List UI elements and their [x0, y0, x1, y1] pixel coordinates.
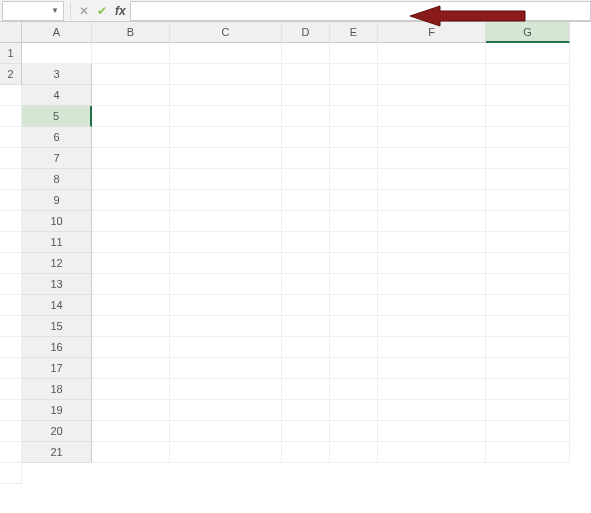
cell[interactable]: [0, 169, 22, 190]
cell[interactable]: [92, 43, 170, 64]
cell[interactable]: [486, 43, 570, 64]
cell[interactable]: [282, 421, 330, 442]
cell[interactable]: [378, 43, 486, 64]
cell[interactable]: [92, 421, 170, 442]
cell[interactable]: [170, 253, 282, 274]
cell[interactable]: [486, 232, 570, 253]
fx-icon[interactable]: fx: [115, 4, 126, 18]
row-header-1[interactable]: 1: [0, 43, 22, 64]
row-header-17[interactable]: 17: [22, 358, 92, 379]
cell[interactable]: [282, 64, 330, 85]
cell[interactable]: [330, 85, 378, 106]
cell[interactable]: [330, 148, 378, 169]
cell[interactable]: [282, 295, 330, 316]
cell[interactable]: [486, 169, 570, 190]
cell[interactable]: [92, 274, 170, 295]
row-header-16[interactable]: 16: [22, 337, 92, 358]
cell[interactable]: [92, 400, 170, 421]
cell[interactable]: [486, 211, 570, 232]
cell[interactable]: [282, 169, 330, 190]
cell[interactable]: [0, 358, 22, 379]
cell[interactable]: [486, 442, 570, 463]
cell[interactable]: [282, 253, 330, 274]
cell[interactable]: [0, 463, 22, 484]
cell[interactable]: [486, 106, 570, 127]
cell[interactable]: [378, 421, 486, 442]
cell[interactable]: [282, 211, 330, 232]
row-header-5[interactable]: 5: [22, 106, 92, 127]
cell[interactable]: [170, 127, 282, 148]
cell[interactable]: [0, 148, 22, 169]
cell[interactable]: [486, 274, 570, 295]
cell[interactable]: [330, 169, 378, 190]
cell[interactable]: [92, 211, 170, 232]
cell[interactable]: [92, 337, 170, 358]
cell[interactable]: [92, 358, 170, 379]
cell[interactable]: [330, 211, 378, 232]
cell[interactable]: [378, 190, 486, 211]
cell[interactable]: [378, 400, 486, 421]
cell[interactable]: [170, 211, 282, 232]
cell[interactable]: [92, 64, 170, 85]
row-header-20[interactable]: 20: [22, 421, 92, 442]
cell[interactable]: [170, 232, 282, 253]
cell[interactable]: [282, 43, 330, 64]
cell[interactable]: [170, 43, 282, 64]
cell[interactable]: [170, 169, 282, 190]
row-header-4[interactable]: 4: [22, 85, 92, 106]
cell[interactable]: [486, 64, 570, 85]
cell[interactable]: [0, 442, 22, 463]
row-header-18[interactable]: 18: [22, 379, 92, 400]
cell[interactable]: [0, 295, 22, 316]
cell[interactable]: [486, 190, 570, 211]
cell[interactable]: [378, 169, 486, 190]
cell[interactable]: [0, 379, 22, 400]
cell[interactable]: [0, 190, 22, 211]
row-header-2[interactable]: 2: [0, 64, 22, 85]
cell[interactable]: [0, 85, 22, 106]
cell[interactable]: [170, 337, 282, 358]
cell[interactable]: [92, 442, 170, 463]
row-header-8[interactable]: 8: [22, 169, 92, 190]
cell[interactable]: [378, 148, 486, 169]
cell[interactable]: [486, 379, 570, 400]
cell[interactable]: [330, 316, 378, 337]
cell[interactable]: [92, 148, 170, 169]
cell[interactable]: [170, 274, 282, 295]
cell[interactable]: [378, 358, 486, 379]
cell[interactable]: [170, 106, 282, 127]
cell[interactable]: [330, 253, 378, 274]
cell[interactable]: [378, 442, 486, 463]
cell[interactable]: [92, 316, 170, 337]
row-header-12[interactable]: 12: [22, 253, 92, 274]
cell[interactable]: [92, 169, 170, 190]
cell[interactable]: [378, 85, 486, 106]
cell[interactable]: [378, 127, 486, 148]
cell[interactable]: [486, 400, 570, 421]
row-header-11[interactable]: 11: [22, 232, 92, 253]
row-header-14[interactable]: 14: [22, 295, 92, 316]
cell[interactable]: [0, 127, 22, 148]
cell[interactable]: [170, 64, 282, 85]
check-icon[interactable]: ✔: [93, 2, 111, 20]
cell[interactable]: [282, 316, 330, 337]
cell[interactable]: [0, 211, 22, 232]
cell[interactable]: [0, 106, 22, 127]
row-header-13[interactable]: 13: [22, 274, 92, 295]
name-box[interactable]: ▼: [2, 1, 64, 21]
cell[interactable]: [330, 358, 378, 379]
cell[interactable]: [486, 316, 570, 337]
cell[interactable]: [0, 421, 22, 442]
cell[interactable]: [330, 106, 378, 127]
cell[interactable]: [378, 379, 486, 400]
cell[interactable]: [378, 232, 486, 253]
cell[interactable]: [330, 379, 378, 400]
row-header-3[interactable]: 3: [22, 64, 92, 85]
cell[interactable]: [0, 232, 22, 253]
cell[interactable]: [92, 379, 170, 400]
cell[interactable]: [486, 148, 570, 169]
cell[interactable]: [378, 316, 486, 337]
cell[interactable]: [486, 358, 570, 379]
cell[interactable]: [378, 106, 486, 127]
row-header-19[interactable]: 19: [22, 400, 92, 421]
